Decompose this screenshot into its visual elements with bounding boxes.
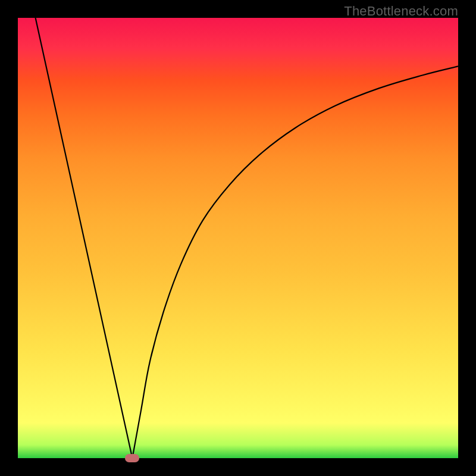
optimal-point-marker bbox=[125, 454, 139, 462]
chart-frame: TheBottleneck.com bbox=[0, 0, 476, 476]
watermark-text: TheBottleneck.com bbox=[344, 4, 458, 19]
curve-path bbox=[36, 18, 458, 462]
plot-area bbox=[18, 18, 458, 458]
bottleneck-curve bbox=[18, 18, 458, 458]
